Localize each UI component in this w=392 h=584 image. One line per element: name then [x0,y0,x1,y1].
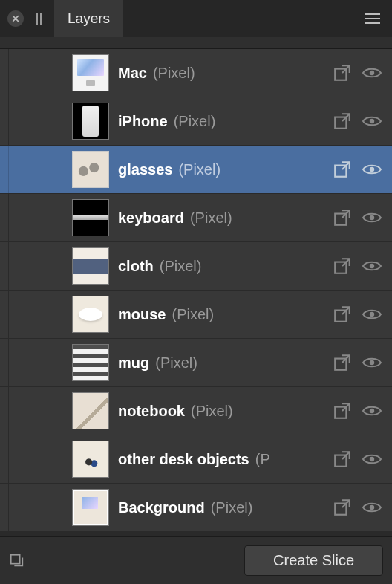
row-indent [9,339,72,386]
svg-point-19 [370,505,374,510]
popout-icon[interactable] [333,111,352,131]
svg-point-1 [370,71,374,75]
layer-type: (Pixel) [178,161,220,178]
thumbnail-image [73,296,108,332]
close-icon [12,15,19,22]
panel-menu-button[interactable] [361,9,385,28]
row-indent [9,146,72,193]
row-indent [9,242,72,290]
layer-actions [327,450,382,469]
visibility-icon[interactable] [362,356,382,369]
row-gutter [0,435,9,483]
visibility-icon[interactable] [362,308,382,321]
layer-row[interactable]: iPhone (Pixel) [0,97,392,146]
layer-label: other desk objects (P [109,451,327,468]
layer-thumbnail[interactable] [72,441,109,478]
layer-label: notebook (Pixel) [109,403,327,420]
layer-row[interactable]: glasses (Pixel) [0,146,392,194]
visibility-icon[interactable] [362,452,382,466]
layer-thumbnail[interactable] [72,54,109,91]
tab-layers[interactable]: Layers [54,0,123,37]
svg-point-17 [370,457,374,461]
thumbnail-image [73,393,108,429]
layer-name: cloth [118,258,154,275]
row-gutter [0,49,9,97]
layer-label: mouse (Pixel) [109,306,327,323]
layer-type: (Pixel) [190,210,232,227]
create-slice-button[interactable]: Create Slice [244,545,383,576]
layer-row[interactable]: keyboard (Pixel) [0,194,392,242]
popout-icon[interactable] [333,498,352,517]
visibility-icon[interactable] [362,404,382,418]
visibility-icon[interactable] [362,66,382,80]
layer-name: notebook [118,403,185,420]
row-indent [9,97,72,145]
layer-thumbnail[interactable] [72,199,109,236]
popout-icon[interactable] [333,353,352,372]
layer-stack-icon[interactable] [9,553,25,569]
layer-name: mouse [118,306,166,323]
layer-row[interactable]: mug (Pixel) [0,339,392,387]
layer-name: iPhone [118,113,168,130]
popout-icon[interactable] [333,305,352,324]
layer-row[interactable]: cloth (Pixel) [0,242,392,291]
popout-icon[interactable] [333,208,352,227]
layer-actions [327,160,382,179]
layer-label: iPhone (Pixel) [109,113,327,130]
row-indent [9,484,72,531]
popout-icon[interactable] [333,401,352,421]
visibility-icon[interactable] [362,501,382,514]
row-indent [9,435,72,483]
popout-icon[interactable] [333,450,352,469]
svg-point-3 [370,119,374,123]
layer-thumbnail[interactable] [72,296,109,333]
thumbnail-image [73,55,108,91]
layer-type: (Pixel) [155,354,197,372]
layer-actions [327,208,382,227]
popout-icon[interactable] [333,160,352,179]
layer-type: (Pixel) [160,258,202,275]
layer-actions [327,305,382,324]
layer-thumbnail[interactable] [72,151,109,188]
layer-thumbnail[interactable] [72,247,109,285]
layer-type: (Pixel) [172,306,214,323]
layer-thumbnail[interactable] [72,392,109,429]
row-gutter [0,291,9,338]
tab-label: Layers [68,10,110,27]
thumbnail-image [73,200,108,236]
layer-thumbnail[interactable] [72,489,109,526]
popout-icon[interactable] [333,63,352,82]
layer-thumbnail[interactable] [72,103,109,140]
visibility-icon[interactable] [362,163,382,176]
dock-panel-button[interactable] [31,13,47,25]
thumbnail-image [73,490,108,525]
thumbnail-image [73,441,108,477]
svg-point-13 [370,360,374,365]
svg-point-7 [370,215,374,220]
layer-row[interactable]: mouse (Pixel) [0,291,392,339]
layer-row[interactable]: Background (Pixel) [0,484,392,532]
row-indent [9,291,72,338]
layer-type: (Pixel) [153,65,195,82]
layer-row[interactable]: other desk objects (P [0,435,392,484]
layer-actions [327,353,382,372]
layer-row[interactable]: notebook (Pixel) [0,387,392,435]
close-panel-button[interactable] [7,10,24,27]
svg-point-15 [370,409,374,413]
row-gutter [0,146,9,193]
layer-label: Mac (Pixel) [109,65,327,82]
row-gutter [0,242,9,290]
layers-list: Mac (Pixel) iPhone (Pixel) [0,49,392,532]
thumbnail-image [73,248,108,284]
visibility-icon[interactable] [362,114,382,128]
layer-thumbnail[interactable] [72,344,109,381]
layer-row[interactable]: Mac (Pixel) [0,49,392,97]
layer-name: other desk objects [118,451,249,468]
visibility-icon[interactable] [362,259,382,273]
thumbnail-image [73,152,108,187]
layer-type: (P [255,451,270,468]
layer-label: keyboard (Pixel) [109,210,327,227]
visibility-icon[interactable] [362,211,382,224]
svg-point-11 [370,312,374,317]
popout-icon[interactable] [333,256,352,276]
